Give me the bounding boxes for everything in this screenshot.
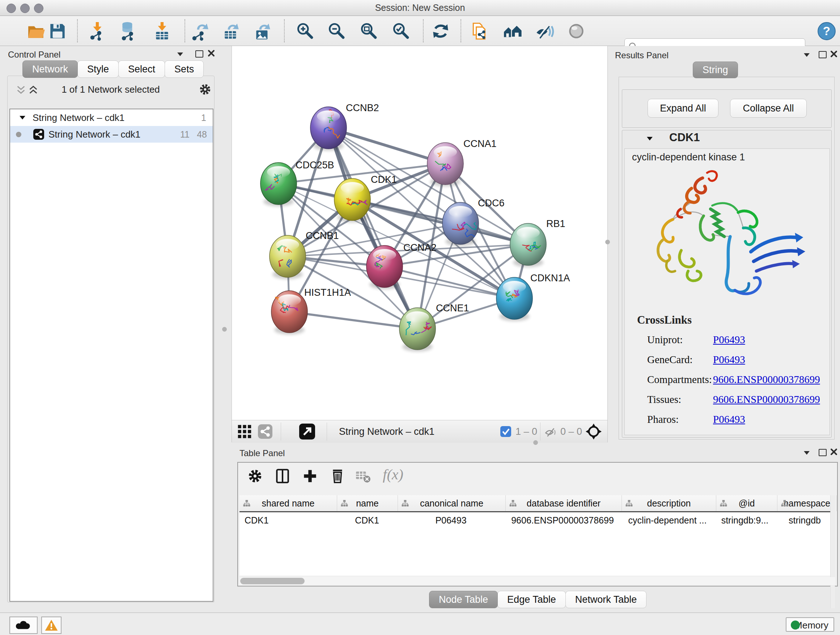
tab-select[interactable]: Select [118, 60, 165, 78]
panel-menu-icon[interactable] [804, 53, 810, 57]
left-splitter-handle[interactable] [222, 327, 227, 332]
cell-canonical-name[interactable]: P06493 [397, 512, 505, 528]
selected-checkbox-icon[interactable] [500, 426, 511, 437]
network-node-cdc6[interactable] [442, 203, 478, 246]
crosslink-link[interactable]: 9606.ENSP00000378699 [713, 370, 820, 390]
zoom-selected-icon[interactable] [391, 21, 411, 41]
crosslink-link[interactable]: P06493 [713, 409, 745, 429]
zoom-out-icon[interactable] [327, 21, 346, 41]
zoom-in-icon[interactable] [295, 21, 315, 41]
column-header-database-identifier[interactable]: database identifier [506, 495, 622, 511]
tab-style[interactable]: Style [77, 60, 118, 78]
right-splitter-handle[interactable] [605, 240, 610, 244]
delete-column-icon[interactable] [329, 468, 346, 485]
network-options-gear-icon[interactable] [198, 82, 212, 96]
column-header-@id[interactable]: @id [716, 495, 777, 511]
help-icon[interactable]: ? [817, 21, 836, 41]
network-canvas[interactable]: CCNB2CCNA1CDC25BCDK1CDC6RB1CCNB1CCNA2CDK… [232, 46, 607, 420]
birdseye-navigator-icon[interactable] [586, 424, 602, 440]
eye-icon[interactable] [567, 21, 586, 41]
table-row[interactable]: CDK1CDK1P064939606.ENSP00000378699cyclin… [240, 512, 835, 528]
hide-panels-icon[interactable] [535, 21, 554, 41]
import-network-icon[interactable] [88, 21, 107, 41]
tab-network-table[interactable]: Network Table [565, 591, 647, 608]
network-collection-row[interactable]: String Network – cdk1 1 [10, 109, 213, 126]
network-row-selected[interactable]: String Network – cdk1 11 48 [10, 126, 213, 143]
share-view-icon[interactable] [258, 424, 272, 439]
tree-expander-icon[interactable] [19, 116, 25, 119]
cell-shared-name[interactable]: CDK1 [240, 512, 337, 528]
zoom-fit-icon[interactable] [359, 21, 378, 41]
panel-close-icon[interactable] [830, 448, 837, 455]
function-builder-icon[interactable]: f(x) [383, 466, 415, 482]
grid-view-icon[interactable] [237, 424, 252, 439]
network-node-ccnb2[interactable] [310, 107, 347, 150]
tab-string[interactable]: String [693, 62, 738, 78]
network-node-cdc25b[interactable] [261, 163, 297, 206]
column-header-shared-name[interactable]: shared name [240, 495, 337, 511]
show-columns-icon[interactable] [274, 468, 291, 485]
crosslink-link[interactable]: P06493 [713, 350, 745, 370]
table-horizontal-scrollbar[interactable] [240, 577, 835, 585]
export-image-icon[interactable] [253, 21, 273, 41]
refresh-icon[interactable] [431, 21, 450, 41]
network-node-ccna2[interactable] [366, 245, 403, 289]
network-view-toolbar: String Network – cdk1 1 – 0 0 – 0 [232, 420, 607, 443]
homes-icon[interactable] [503, 21, 523, 41]
cell-@id[interactable]: stringdb:9... [714, 512, 775, 528]
network-node-cdkn1a[interactable] [496, 277, 532, 321]
cell-name[interactable]: CDK1 [337, 512, 397, 528]
hidden-eye-icon[interactable] [545, 425, 557, 439]
section-collapse-icon[interactable] [647, 137, 653, 141]
tab-network[interactable]: Network [22, 60, 78, 78]
tab-edge-table[interactable]: Edge Table [497, 591, 566, 608]
export-table-icon[interactable] [222, 21, 241, 41]
panel-menu-icon[interactable] [177, 52, 183, 56]
network-node-cdk1[interactable] [334, 179, 370, 222]
panel-close-icon[interactable] [830, 50, 837, 57]
scrollbar-thumb[interactable] [240, 578, 305, 584]
save-session-icon[interactable] [48, 21, 67, 41]
protein-structure-image [636, 168, 816, 312]
column-header-description[interactable]: description [622, 495, 716, 511]
network-node-hist1h1a[interactable] [271, 291, 308, 334]
detach-view-icon[interactable] [299, 424, 315, 440]
warning-button[interactable] [41, 616, 62, 634]
panel-float-icon[interactable] [819, 51, 827, 58]
network-node-ccna1[interactable] [427, 143, 463, 187]
table-options-gear-icon[interactable] [247, 468, 264, 485]
add-column-icon[interactable] [302, 468, 318, 485]
network-edge-ccnb2-ccne1[interactable] [328, 128, 417, 329]
column-header-name[interactable]: name [337, 495, 398, 511]
memory-button[interactable]: Memory [786, 617, 834, 632]
crosslink-link[interactable]: P06493 [713, 330, 745, 350]
table-vertical-scrollbar[interactable] [830, 495, 835, 608]
delete-table-icon[interactable] [355, 468, 371, 485]
network-node-ccne1[interactable] [399, 308, 436, 352]
panel-float-icon[interactable] [195, 50, 203, 57]
toolbar-separator [423, 19, 424, 42]
import-table-icon[interactable] [152, 21, 172, 41]
column-header-canonical-name[interactable]: canonical name [398, 495, 506, 511]
crosslink-link[interactable]: 9606.ENSP00000378699 [713, 390, 820, 409]
export-network-icon[interactable] [190, 21, 210, 41]
cell-namespace[interactable]: stringdb [775, 512, 834, 528]
network-node-rb1[interactable] [510, 223, 546, 267]
network-edge-hist1h1a-ccne1[interactable] [289, 312, 417, 329]
panel-float-icon[interactable] [819, 449, 827, 456]
crosslinks-list: Uniprot:P06493GeneCard:P06493Compartment… [625, 330, 829, 429]
cell-database-identifier[interactable]: 9606.ENSP00000378699 [505, 512, 621, 528]
import-database-icon[interactable] [118, 21, 138, 41]
share-document-icon[interactable] [471, 21, 490, 41]
cloud-button[interactable] [9, 616, 38, 634]
collapse-all-button[interactable]: Collapse All [730, 99, 807, 118]
expand-all-button[interactable]: Expand All [647, 99, 718, 118]
panel-close-icon[interactable] [208, 50, 215, 57]
network-node-ccnb1[interactable] [270, 235, 306, 279]
column-header-namespace[interactable]: namespace [777, 495, 837, 511]
panel-menu-icon[interactable] [804, 451, 810, 455]
tab-sets[interactable]: Sets [164, 60, 204, 78]
cell-description[interactable]: cyclin-dependent ... [621, 512, 714, 528]
tab-node-table[interactable]: Node Table [429, 591, 498, 608]
open-session-icon[interactable] [27, 21, 46, 41]
